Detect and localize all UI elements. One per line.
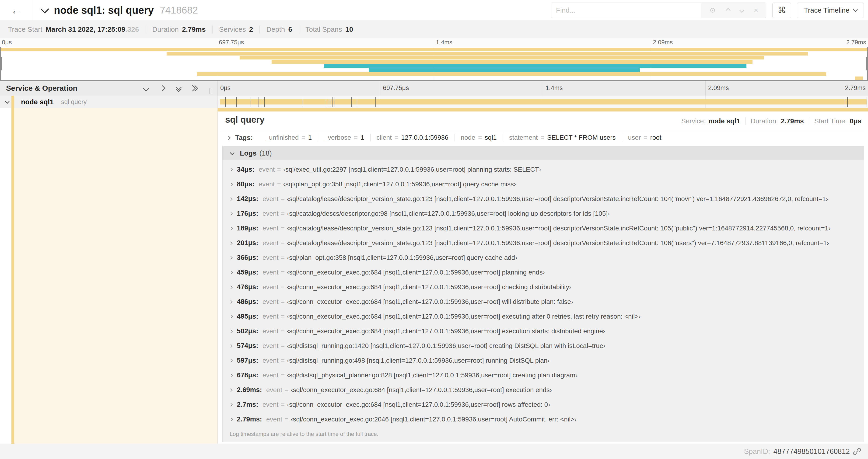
span-detail-panel: sql query Service:node sql1Duration:2.79…: [217, 108, 868, 444]
log-timestamp: 459μs:: [237, 268, 258, 276]
trace-view-selector-button[interactable]: Trace Timeline: [797, 3, 864, 18]
log-marker-tick: [375, 97, 376, 107]
minimap-canvas[interactable]: [0, 47, 868, 81]
log-field-name: event: [266, 416, 282, 423]
log-row[interactable]: 2.7ms:event=‹sql/conn_executor_exec.go:6…: [223, 397, 864, 412]
log-row[interactable]: 201μs:event=‹sql/catalog/lease/descripto…: [223, 236, 864, 250]
log-row[interactable]: 2.79ms:event=‹sql/conn_executor_exec.go:…: [223, 412, 864, 427]
next-result-icon[interactable]: [739, 8, 744, 12]
log-value: ‹sql/conn_executor_exec.go:684 [nsql1,cl…: [287, 269, 545, 276]
detail-meta-item: Service:node sql1: [676, 117, 745, 125]
log-row[interactable]: 2.69ms:event=‹sql/conn_executor_exec.go:…: [223, 383, 864, 397]
log-value: ‹sql/conn_executor_exec.go:684 [nsql1,cl…: [291, 386, 552, 394]
tag-key: client: [377, 134, 392, 141]
log-equals: =: [281, 313, 284, 320]
span-duration-bar[interactable]: [220, 99, 867, 104]
log-row[interactable]: 459μs:event=‹sql/conn_executor_exec.go:6…: [223, 265, 864, 280]
tags-row[interactable]: Tags: _unfinished=1_verbose=1client=127.…: [218, 131, 868, 144]
logs-header[interactable]: Logs (18): [222, 146, 864, 160]
tag-equals: =: [302, 134, 305, 141]
expand-one-icon[interactable]: [159, 85, 166, 92]
log-timestamp: 2.79ms:: [237, 415, 262, 423]
log-equals: =: [281, 210, 284, 217]
logs-count: (18): [259, 149, 272, 157]
meta-label: Depth: [266, 25, 285, 33]
top-bar: ← node sql1: sql query 7418682 × ⌘: [0, 0, 868, 21]
tag-key: node: [461, 134, 475, 141]
detail-operation-title: sql query: [225, 115, 265, 125]
log-field-name: event: [262, 298, 279, 305]
tag-equals: =: [540, 134, 545, 141]
minimap-span-bar: [240, 56, 764, 60]
trace-timeline-page: ← node sql1: sql query 7418682 × ⌘: [0, 0, 868, 459]
log-row[interactable]: 597μs:event=‹sql/distsql_running.go:498 …: [223, 353, 864, 368]
prev-result-icon[interactable]: [726, 8, 731, 12]
minimap-left-scrubber[interactable]: [0, 57, 2, 70]
log-expand-chevron-icon: [229, 168, 233, 172]
log-equals: =: [281, 342, 284, 350]
detail-header: sql query Service:node sql1Duration:2.79…: [218, 111, 868, 131]
log-row[interactable]: 142μs:event=‹sql/catalog/lease/descripto…: [223, 192, 864, 206]
log-row[interactable]: 176μs:event=‹sql/catalog/descs/descripto…: [223, 206, 864, 221]
clear-find-icon[interactable]: ×: [754, 6, 758, 14]
back-button[interactable]: ←: [0, 0, 33, 21]
tag-item: user=root: [622, 134, 668, 141]
span-row-timeline-cell[interactable]: [217, 96, 868, 108]
logs-collapse-chevron-icon: [230, 151, 235, 155]
log-field-name: event: [262, 401, 279, 408]
tag-key: _unfinished: [265, 134, 299, 141]
logs-title: Logs: [240, 149, 257, 157]
keyboard-shortcuts-button[interactable]: ⌘: [772, 3, 791, 18]
detail-footer: SpanID: 4877749850101760812: [0, 444, 868, 459]
collapse-all-icon[interactable]: [175, 85, 182, 92]
tag-value: 1: [308, 134, 312, 141]
log-row[interactable]: 574μs:event=‹sql/distsql_running.go:1420…: [223, 338, 864, 353]
minimap-tick-label: 2.09ms: [653, 39, 673, 46]
span-row-name-cell[interactable]: node sql1 sql query: [0, 96, 217, 108]
minimap-span-bar: [0, 48, 868, 51]
log-row[interactable]: 366μs:event=‹sql/plan_opt.go:358 [nsql1,…: [223, 250, 864, 265]
tag-item: _unfinished=1: [259, 134, 318, 141]
minimap-span-bar: [166, 52, 808, 56]
tag-key: user: [628, 134, 641, 141]
log-value: ‹sql/catalog/lease/descriptor_version_st…: [287, 239, 829, 247]
log-equals: =: [281, 239, 284, 247]
log-row[interactable]: 80μs:event=‹sql/plan_opt.go:358 [nsql1,c…: [223, 177, 864, 192]
ruler-tick-label: 2.79ms: [845, 85, 866, 92]
tag-equals: =: [644, 134, 647, 141]
log-expand-chevron-icon: [229, 212, 233, 216]
log-expand-chevron-icon: [229, 256, 233, 260]
log-row[interactable]: 502μs:event=‹sql/conn_executor_exec.go:6…: [223, 324, 864, 338]
collapse-one-icon[interactable]: [142, 85, 149, 92]
expand-all-icon[interactable]: [191, 85, 198, 92]
deep-link-icon[interactable]: [853, 448, 861, 456]
ruler-gridline: [380, 81, 380, 96]
find-input[interactable]: [551, 3, 701, 18]
tag-key: statement: [509, 134, 538, 141]
log-row[interactable]: 678μs:event=‹sql/distsql_physical_planne…: [223, 368, 864, 383]
collapse-trace-chevron-icon[interactable]: [40, 5, 49, 13]
log-timestamp: 502μs:: [237, 327, 258, 335]
log-row[interactable]: 34μs:event=‹sql/exec_util.go:2297 [nsql1…: [223, 162, 864, 177]
log-field-name: event: [262, 313, 279, 320]
span-collapse-chevron-icon[interactable]: [5, 99, 9, 104]
match-target-icon[interactable]: [709, 7, 716, 14]
minimap-right-scrubber[interactable]: [866, 57, 868, 70]
log-marker-tick: [325, 97, 325, 107]
log-equals: =: [285, 386, 288, 394]
column-resizer-grip[interactable]: [209, 88, 211, 94]
log-row[interactable]: 476μs:event=‹sql/conn_executor_exec.go:6…: [223, 280, 864, 294]
log-timestamp: 574μs:: [237, 342, 258, 350]
trace-meta-item: Total Spans10: [299, 25, 360, 33]
log-row[interactable]: 189μs:event=‹sql/catalog/lease/descripto…: [223, 221, 864, 236]
ruler-gridline: [705, 81, 706, 96]
log-marker-tick: [351, 97, 352, 107]
log-marker-tick: [331, 97, 331, 107]
log-equals: =: [281, 254, 284, 261]
log-field-name: event: [262, 327, 279, 335]
meta-label: Trace Start: [8, 25, 42, 33]
log-row[interactable]: 486μs:event=‹sql/conn_executor_exec.go:6…: [223, 294, 864, 309]
log-row[interactable]: 495μs:event=‹sql/conn_executor_exec.go:6…: [223, 309, 864, 324]
log-field-name: event: [262, 225, 279, 232]
page-title: node sql1: sql query: [54, 4, 154, 16]
